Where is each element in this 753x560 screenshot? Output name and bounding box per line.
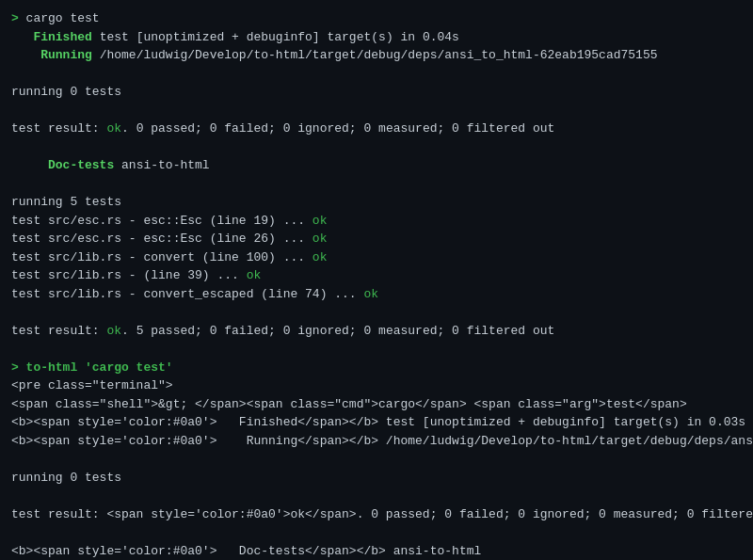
terminal-line-18: <b><span style='color:#0a0'> Running</sp… xyxy=(11,432,742,451)
terminal-line-blank1 xyxy=(11,65,742,84)
terminal-line-14: > to-html 'cargo test' xyxy=(11,359,742,377)
terminal-line-21: <b><span style='color:#0a0'> Doc-tests</… xyxy=(11,542,742,561)
terminal-line-blank5 xyxy=(11,303,742,322)
terminal-line-12: test src/lib.rs - convert_escaped (line … xyxy=(11,285,742,304)
terminal-line-15: <pre class="terminal"> xyxy=(11,376,742,395)
terminal-line-blank2 xyxy=(11,102,742,120)
terminal-line-blank7 xyxy=(11,450,742,469)
terminal-line-4: running 0 tests xyxy=(11,83,742,102)
terminal-line-10: test src/lib.rs - convert (line 100) ...… xyxy=(11,248,742,267)
terminal-line-blank6 xyxy=(11,340,742,359)
terminal-line-2: Finished test [unoptimized + debuginfo] … xyxy=(11,28,742,47)
terminal-line-13: test result: ok. 5 passed; 0 failed; 0 i… xyxy=(11,322,742,341)
terminal-line-3: Running /home/ludwig/Develop/to-html/tar… xyxy=(11,46,742,65)
terminal-line-5: test result: ok. 0 passed; 0 failed; 0 i… xyxy=(11,120,742,138)
terminal-line-7: running 5 tests xyxy=(11,193,742,212)
terminal-line-9: test src/esc.rs - esc::Esc (line 26) ...… xyxy=(11,230,742,248)
terminal-line-6: Doc-tests ansi-to-html xyxy=(11,156,742,175)
terminal-line-11: test src/lib.rs - (line 39) ... ok xyxy=(11,266,742,285)
terminal-line-16: <span class="shell">&gt; </span><span cl… xyxy=(11,395,742,414)
terminal-line-blank4 xyxy=(11,175,742,194)
terminal-line-1: > cargo test xyxy=(11,9,742,28)
terminal-window: > cargo test Finished test [unoptimized … xyxy=(0,0,753,560)
prompt-icon: > xyxy=(11,11,19,25)
terminal-line-20: test result: <span style='color:#0a0'>ok… xyxy=(11,505,742,524)
terminal-line-19: running 0 tests xyxy=(11,469,742,488)
terminal-line-blank3 xyxy=(11,138,742,157)
terminal-line-blank9 xyxy=(11,523,742,542)
terminal-line-blank8 xyxy=(11,487,742,505)
terminal-line-17: <b><span style='color:#0a0'> Finished</s… xyxy=(11,413,742,432)
terminal-line-8: test src/esc.rs - esc::Esc (line 19) ...… xyxy=(11,212,742,231)
